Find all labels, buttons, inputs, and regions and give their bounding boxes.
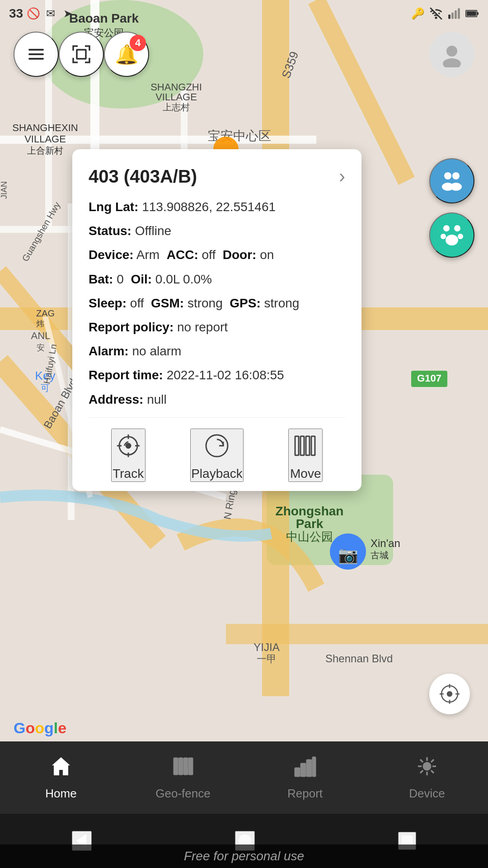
svg-rect-63 xyxy=(451,13,454,19)
svg-rect-104 xyxy=(189,758,192,774)
card-sleep-gsm-gps: Sleep: off GSM: strong GPS: strong xyxy=(89,294,345,312)
svg-point-82 xyxy=(458,234,463,239)
move-button[interactable]: Move xyxy=(288,429,323,482)
card-address: Address: null xyxy=(89,391,345,408)
svg-text:VILLAGE: VILLAGE xyxy=(155,91,197,103)
track-button[interactable]: Track xyxy=(111,429,145,482)
right-floating-buttons xyxy=(429,158,474,258)
home-icon xyxy=(49,755,73,783)
info-card: 403 (403A/B) › Lng Lat: 113.908826, 22.5… xyxy=(72,149,361,491)
svg-rect-105 xyxy=(295,768,300,776)
card-device: Device: Arm ACC: off Door: on xyxy=(89,246,345,264)
watermark: Free for personal use xyxy=(0,844,488,868)
card-lng-lat: Lng Lat: 113.908826, 22.551461 xyxy=(89,198,345,216)
svg-rect-91 xyxy=(295,436,299,455)
svg-point-83 xyxy=(446,235,458,245)
svg-rect-93 xyxy=(306,436,310,455)
svg-rect-108 xyxy=(313,757,315,776)
report-label: Report xyxy=(287,787,323,801)
svg-text:📷: 📷 xyxy=(338,545,358,565)
svg-rect-67 xyxy=(477,12,479,14)
bottom-navigation: Home Geo-fence Report xyxy=(0,741,488,814)
svg-rect-101 xyxy=(174,758,178,774)
svg-rect-65 xyxy=(458,8,460,19)
notification-badge: 4 xyxy=(130,35,146,51)
svg-text:Zhongshan: Zhongshan xyxy=(276,504,344,518)
nav-item-device[interactable]: Device xyxy=(366,747,488,808)
svg-point-74 xyxy=(443,58,461,67)
svg-text:ANL: ANL xyxy=(31,330,51,341)
svg-text:上合新村: 上合新村 xyxy=(27,146,63,156)
track-icon xyxy=(112,429,145,462)
nav-item-geofence[interactable]: Geo-fence xyxy=(122,747,244,808)
status-left: 33 🚫 ✉ ➤ xyxy=(9,6,75,21)
svg-text:SHANGHEXIN: SHANGHEXIN xyxy=(12,122,78,133)
move-label: Move xyxy=(290,467,321,481)
svg-rect-72 xyxy=(77,50,86,59)
svg-text:Shennan Blvd: Shennan Blvd xyxy=(325,652,393,665)
svg-text:上志村: 上志村 xyxy=(163,102,190,112)
svg-point-81 xyxy=(441,234,446,239)
svg-rect-62 xyxy=(448,14,450,19)
svg-point-61 xyxy=(436,17,436,18)
device-icon xyxy=(415,755,439,783)
svg-text:Park: Park xyxy=(296,517,324,531)
svg-rect-70 xyxy=(28,53,44,55)
card-status: Status: Offline xyxy=(89,222,345,240)
svg-text:安: 安 xyxy=(37,343,45,352)
battery-icon xyxy=(465,7,479,20)
svg-rect-102 xyxy=(179,758,183,774)
card-title: 403 (403A/B) xyxy=(89,166,197,187)
svg-point-80 xyxy=(454,225,460,231)
svg-point-96 xyxy=(447,692,452,696)
playback-icon xyxy=(201,429,233,462)
svg-rect-71 xyxy=(28,58,44,60)
wifi-icon xyxy=(429,7,443,20)
watermark-text: Free for personal use xyxy=(184,849,304,863)
svg-text:Xin'an: Xin'an xyxy=(371,537,400,549)
svg-point-89 xyxy=(126,443,131,448)
fit-bounds-button[interactable] xyxy=(59,32,104,77)
nav-item-home[interactable]: Home xyxy=(0,747,122,808)
playback-button[interactable]: Playback xyxy=(190,429,244,482)
svg-point-79 xyxy=(443,225,450,231)
svg-rect-94 xyxy=(311,436,315,455)
card-actions: Track Playback Mo xyxy=(89,417,345,491)
status-time: 33 xyxy=(9,6,23,21)
gps-location-button[interactable] xyxy=(429,674,470,714)
svg-point-76 xyxy=(452,172,460,179)
track-label: Track xyxy=(113,467,144,481)
home-label: Home xyxy=(45,787,76,801)
svg-text:ZAG: ZAG xyxy=(36,308,55,318)
svg-rect-103 xyxy=(184,758,188,774)
top-controls: 🔔 4 xyxy=(0,23,488,86)
svg-text:YIJIA: YIJIA xyxy=(253,641,279,653)
svg-rect-68 xyxy=(467,11,476,16)
card-bat-oil: Bat: 0 Oil: 0.0L 0.0% xyxy=(89,270,345,288)
svg-point-73 xyxy=(446,46,457,57)
svg-text:炜: 炜 xyxy=(36,319,44,328)
nav-item-report[interactable]: Report xyxy=(244,747,366,808)
status-icon-msg: ✉ xyxy=(44,7,57,20)
status-icon-nav: ➤ xyxy=(61,7,75,20)
svg-point-75 xyxy=(444,172,451,179)
user-avatar[interactable] xyxy=(429,32,474,77)
svg-text:古城: 古城 xyxy=(371,550,389,560)
svg-point-90 xyxy=(206,435,228,457)
move-icon xyxy=(289,429,322,462)
svg-text:中山公园: 中山公园 xyxy=(286,530,333,543)
people-button[interactable] xyxy=(429,158,474,203)
notification-button[interactable]: 🔔 4 xyxy=(104,32,149,77)
geofence-label: Geo-fence xyxy=(155,787,210,801)
status-right: 🔑 xyxy=(411,7,479,20)
report-icon xyxy=(293,755,317,783)
card-expand-button[interactable]: › xyxy=(339,165,345,187)
card-report-policy: Report policy: no report xyxy=(89,318,345,336)
card-alarm: Alarm: no alarm xyxy=(89,342,345,360)
svg-rect-69 xyxy=(28,49,44,51)
svg-rect-106 xyxy=(301,764,305,776)
pet-button[interactable] xyxy=(429,212,474,258)
menu-button[interactable] xyxy=(14,32,59,77)
key-icon: 🔑 xyxy=(411,7,425,20)
svg-rect-64 xyxy=(455,10,457,19)
